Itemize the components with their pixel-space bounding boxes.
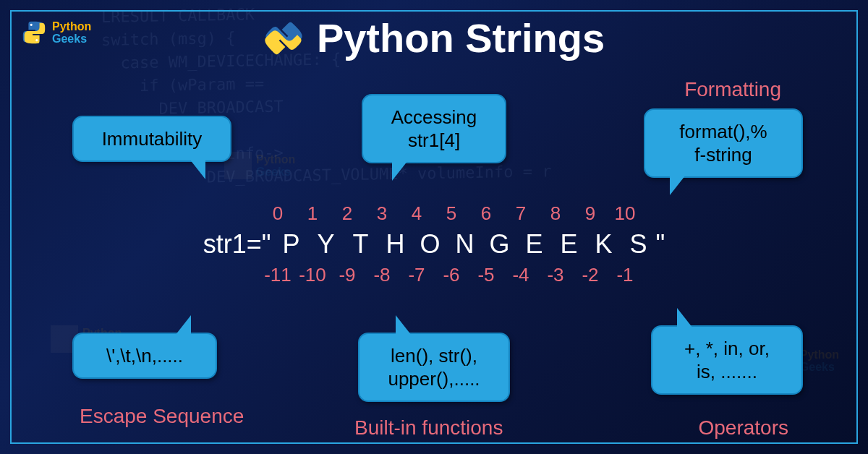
- bubble-immutability-text: Immutability: [102, 128, 203, 150]
- bubble-tail: [670, 175, 686, 195]
- bubble-tail: [175, 315, 191, 335]
- bubble-builtin: len(), str(), upper(),.....: [358, 333, 510, 402]
- bubble-immutability: Immutability: [72, 116, 231, 162]
- bubble-escape: \',\t,\n,.....: [72, 333, 217, 379]
- index-diagram: 0 1 2 3 4 5 6 7 8 9 10 str1=" P Y T H O …: [0, 202, 868, 286]
- string-suffix: ": [656, 229, 665, 260]
- bubble-tail: [392, 160, 408, 181]
- bubble-accessing-l1: Accessing: [391, 106, 477, 128]
- title-bar: Python Strings: [0, 14, 868, 61]
- python-logo-icon: [263, 18, 304, 59]
- string-row: str1=" P Y T H O N G E E K S ": [0, 229, 868, 260]
- bubble-formatting-l2: f-string: [694, 144, 752, 166]
- bubble-formatting: format(),% f-string: [644, 108, 803, 178]
- bubble-accessing: Accessing str1[4]: [362, 94, 506, 163]
- string-chars: P Y T H O N G E E K S: [274, 229, 656, 260]
- negative-indices: -11 -10 -9 -8 -7 -6 -5 -4 -3 -2 -1: [0, 264, 868, 286]
- label-formatting: Formatting: [684, 78, 781, 101]
- watermark-1: PythonGeeks: [224, 152, 295, 179]
- positive-indices: 0 1 2 3 4 5 6 7 8 9 10: [0, 202, 868, 225]
- bubble-operators: +, *, in, or, is, .......: [651, 325, 803, 395]
- bubble-accessing-l2: str1[4]: [408, 129, 460, 151]
- label-operators: Operators: [699, 416, 789, 440]
- string-prefix: str1=": [203, 229, 271, 260]
- label-escape: Escape Sequence: [80, 405, 244, 428]
- bubble-tail: [677, 308, 693, 328]
- bubble-operators-l2: is, .......: [697, 361, 757, 382]
- bubble-operators-l1: +, *, in, or,: [684, 338, 770, 359]
- bubble-escape-text: \',\t,\n,.....: [106, 345, 183, 367]
- bubble-builtin-l1: len(), str(),: [391, 345, 477, 367]
- label-builtin: Built-in functions: [354, 416, 503, 440]
- bubble-tail: [396, 315, 412, 335]
- bubble-tail: [190, 159, 205, 179]
- bubble-builtin-l2: upper(),.....: [388, 368, 480, 390]
- bubble-formatting-l1: format(),%: [679, 121, 767, 142]
- page-title: Python Strings: [317, 14, 605, 61]
